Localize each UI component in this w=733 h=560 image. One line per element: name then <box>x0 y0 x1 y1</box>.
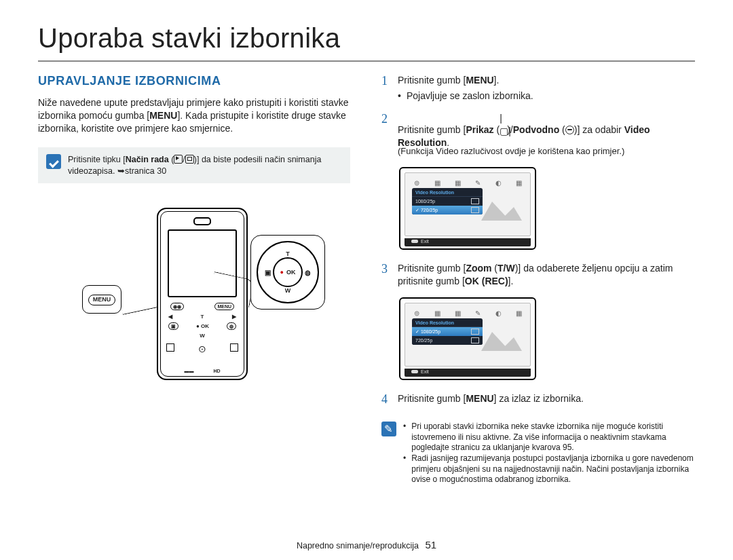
callout-dpad: T W ▣ ◍ ● OK <box>250 235 325 310</box>
step-4: 4 Pritisnite gumb [MENU] za izlaz iz izb… <box>381 392 695 407</box>
step-3: 3 Pritisnite gumb [Zoom (T/W)] da odaber… <box>381 262 695 288</box>
menu-pill: MENU <box>88 295 116 305</box>
step-2-note: (Funkcija Video razlučivost ovdje je kor… <box>398 146 695 157</box>
ms-row-1080: 1080/25p <box>412 197 483 206</box>
dpad-t-label: T <box>286 250 290 257</box>
step-body: Pritisnite gumb [MENU]. Pojavljuje se za… <box>398 74 533 102</box>
ms-icon: ◐ <box>493 179 503 187</box>
ms-row-720: 720/25p <box>412 336 483 345</box>
camera-top-lens <box>193 217 211 225</box>
mini-screen-footer: Exit <box>405 369 531 377</box>
page-footer: Napredno snimanje/reprodukcija 51 <box>0 539 733 550</box>
mini-screen-menu: Video Resolution 1080/25p ✓ 720/25p <box>412 188 483 214</box>
mini-screen-footer: Exit <box>405 238 531 246</box>
ms-icon: ✎ <box>473 179 483 187</box>
step-number: 1 <box>381 74 391 102</box>
dpad-left-icon: ▣ <box>265 269 271 276</box>
ms-icon: ⊚ <box>412 310 421 317</box>
final-note-1: Pri uporabi stavki izbornika neke stavke… <box>403 422 695 453</box>
step-2: 2 Pritisnite gumb [Prikaz (|▢|)/Podvodno… <box>381 112 695 158</box>
step-number: 2 <box>381 112 391 158</box>
mini-screen-toolbar: ⊚ ▦ ▦ ✎ ◐ ▦ <box>412 309 523 317</box>
camera-mid-controls: ◀ T ▶ ▣ ● OK ◍ W <box>168 314 236 339</box>
right-column: 1 Pritisnite gumb [MENU]. Pojavljuje se … <box>381 74 695 485</box>
video-mode-icon <box>174 155 183 164</box>
ms-icon: ▦ <box>453 179 462 187</box>
mini-screen-bg: ⊚ ▦ ▦ ✎ ◐ ▦ Video Resolution ✓ 1080/25p … <box>405 303 531 367</box>
note-text: Pritisnite tipku [Način rada (/)] da bis… <box>68 154 342 177</box>
ms-icon: ▦ <box>514 179 523 187</box>
pencil-icon <box>381 422 396 436</box>
ms-icon: ⊚ <box>412 179 421 187</box>
title-rule <box>38 60 695 62</box>
ms-icon: ▦ <box>432 310 442 317</box>
step-number: 3 <box>381 262 391 288</box>
section-heading: UPRAVLJANJE IZBORNICIMA <box>38 74 350 88</box>
step-1-bullet: Pojavljuje se zaslon izbornika. <box>398 90 533 102</box>
display-icon: |▢| <box>500 112 507 119</box>
mode-pill: ◉◉ <box>170 303 184 310</box>
ms-icon: ▦ <box>453 310 462 317</box>
ms-icon: ◐ <box>493 310 503 317</box>
dpad-ring: T W ▣ ◍ ● OK <box>257 241 319 303</box>
ok-label: OK <box>286 269 296 276</box>
dpad-right-icon: ◍ <box>305 269 311 276</box>
ms-menu-title: Video Resolution <box>412 318 483 327</box>
camera-top-controls: ◉◉ MENU <box>170 303 234 310</box>
resolution-icon <box>471 329 479 335</box>
resolution-icon <box>471 198 479 204</box>
mini-screen-2: ⊚ ▦ ▦ ✎ ◐ ▦ Video Resolution ✓ 1080/25p … <box>399 297 536 380</box>
step-number: 4 <box>381 392 391 407</box>
manual-page: Uporaba stavki izbornika UPRAVLJANJE IZB… <box>0 0 733 560</box>
underwater-icon <box>565 126 574 134</box>
resolution-icon <box>471 337 479 343</box>
photo-mode-icon <box>185 155 194 164</box>
page-title: Uporaba stavki izbornika <box>38 23 695 54</box>
rec-dot-icon: ● <box>280 269 284 276</box>
note-box-mode: Pritisnite tipku [Način rada (/)] da bis… <box>38 147 350 184</box>
footer-label: Napredno snimanje/reprodukcija <box>297 541 419 550</box>
mountain-graphic <box>481 326 522 351</box>
step-body: Pritisnite gumb [MENU] za izlaz iz izbor… <box>398 392 584 407</box>
final-notes-body: Pri uporabi stavki izbornika neke stavke… <box>403 422 695 485</box>
final-notes: Pri uporabi stavki izbornika neke stavke… <box>381 419 695 485</box>
page-number: 51 <box>425 539 436 550</box>
dpad-center: ● OK <box>273 257 303 287</box>
right-small-button <box>230 343 238 352</box>
ms-row-720-selected: ✓ 720/25p <box>412 206 483 214</box>
check-icon <box>46 154 61 169</box>
step-body: Pritisnite gumb [Zoom (T/W)] da odaberet… <box>398 262 695 288</box>
step-1: 1 Pritisnite gumb [MENU]. Pojavljuje se … <box>381 74 695 102</box>
dpad-w-label: W <box>285 287 291 294</box>
step-body: Pritisnite gumb [Prikaz (|▢|)/Podvodno (… <box>398 112 695 158</box>
ms-icon: ▦ <box>432 179 442 187</box>
left-column: UPRAVLJANJE IZBORNICIMA Niže navedene up… <box>38 74 350 485</box>
camera-bottom-controls: ⊙ <box>166 343 238 354</box>
menu-pill-small: MENU <box>214 303 234 310</box>
intro-paragraph: Niže navedene upute predstavljaju primje… <box>38 96 350 135</box>
callout-menu-button: MENU <box>82 285 121 314</box>
final-note-2: Radi jasnijeg razumijevanja postupci pos… <box>403 453 695 485</box>
two-column-layout: UPRAVLJANJE IZBORNICIMA Niže navedene up… <box>38 74 695 485</box>
mountain-graphic <box>481 196 522 221</box>
ms-menu-title: Video Resolution <box>412 188 483 197</box>
ms-icon: ▦ <box>514 310 523 317</box>
mini-screen-toolbar: ⊚ ▦ ▦ ✎ ◐ ▦ <box>412 179 523 187</box>
left-small-button <box>166 343 174 352</box>
ms-row-1080-selected: ✓ 1080/25p <box>412 327 483 336</box>
camera-bottom-strip: ▬▬HD <box>174 369 230 373</box>
exit-label: Exit <box>411 369 429 374</box>
mini-screen-menu: Video Resolution ✓ 1080/25p 720/25p <box>412 318 483 345</box>
ms-icon: ✎ <box>473 310 483 317</box>
device-illustration: MENU ◉◉ MENU ◀ T ▶ <box>82 201 306 405</box>
mini-screen-bg: ⊚ ▦ ▦ ✎ ◐ ▦ Video Resolution 1080/25p ✓ … <box>405 172 531 236</box>
mini-screen-1: ⊚ ▦ ▦ ✎ ◐ ▦ Video Resolution 1080/25p ✓ … <box>399 167 536 250</box>
exit-label: Exit <box>411 239 429 244</box>
resolution-icon <box>471 207 479 213</box>
